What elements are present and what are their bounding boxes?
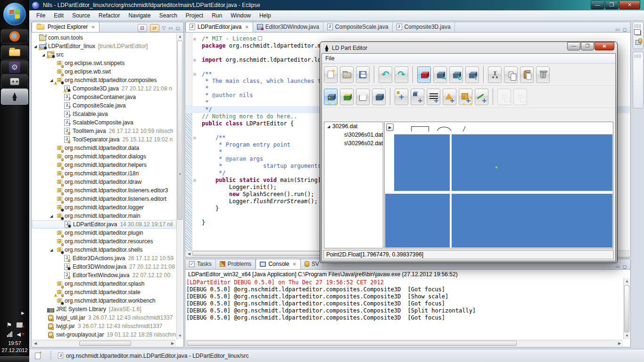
- scroll-thumb[interactable]: [187, 341, 517, 346]
- menu-item-search[interactable]: Search: [155, 11, 182, 20]
- close-tab-icon[interactable]: ✕: [292, 262, 296, 267]
- viewport-bottom-left[interactable]: [385, 194, 450, 247]
- rotate-cube-button[interactable]: ↻: [449, 66, 463, 83]
- fast-view-section-2[interactable]: [633, 52, 644, 108]
- minimize-button[interactable]: —: [591, 0, 604, 9]
- tab-composite3d-java[interactable]: Composite3D.java: [393, 22, 455, 32]
- tree-item[interactable]: org.nschmidt.ldparteditor.data: [32, 144, 176, 152]
- tab-console[interactable]: Console✕: [256, 259, 300, 269]
- menu-item-project[interactable]: Project: [182, 11, 207, 20]
- menu-item-navigate[interactable]: Navigate: [124, 11, 155, 20]
- scroll-right-icon[interactable]: ▶: [169, 340, 176, 347]
- add-quad-button[interactable]: +: [459, 89, 472, 105]
- tree-item[interactable]: ?CompositeScale.java: [32, 101, 176, 110]
- tree-item[interactable]: org.nschmidt.ldparteditor.listeners.edit…: [32, 195, 176, 203]
- tree-item[interactable]: ToolItem.java26 17.12.12 10:59 nilssch: [32, 127, 176, 135]
- network-error-icon[interactable]: [17, 322, 23, 328]
- console-vertical-scrollbar[interactable]: ▲ ▼: [623, 278, 630, 339]
- volume-muted-icon[interactable]: ◀: [17, 331, 23, 337]
- move-cube-button[interactable]: →: [433, 66, 447, 83]
- menu-item-window[interactable]: Window: [226, 11, 255, 20]
- expand-arrow-icon[interactable]: ◢: [50, 214, 55, 218]
- menu-item-run[interactable]: Run: [207, 11, 226, 20]
- tab-compositescale-java[interactable]: CompositeScale.java: [323, 22, 393, 32]
- signal-bars-icon[interactable]: [7, 331, 12, 337]
- tree-item[interactable]: ?ScalableComposite.java: [32, 118, 176, 127]
- minimize-view-icon[interactable]: ▭: [615, 27, 619, 32]
- tree-item[interactable]: org.nschmidt.ldparteditor.state: [32, 288, 176, 296]
- expand-arrow-icon[interactable]: ◢: [50, 248, 55, 252]
- collapse-all-button[interactable]: ⊟: [138, 24, 147, 32]
- tree-item[interactable]: ✱org.nschmidt.ldparteditor.logger: [32, 203, 176, 212]
- tree-item[interactable]: ?IScalable.java: [32, 110, 176, 118]
- action-center-flag-icon[interactable]: ⚑: [7, 321, 12, 329]
- tree-item[interactable]: swt-grouplayout.jar19 01.12.12 18:28 nil…: [32, 330, 176, 339]
- tray-expander-icon[interactable]: ▶: [21, 311, 25, 315]
- add-primitive-button[interactable]: +: [411, 89, 424, 105]
- taskbar-app-gear-app[interactable]: ⚙: [1, 60, 28, 74]
- link-with-editor-button[interactable]: ⇄: [150, 24, 159, 32]
- repository-view-icon[interactable]: [636, 40, 641, 45]
- tree-item[interactable]: JRE System Library[JavaSE-1.6]: [32, 305, 176, 313]
- tree-item[interactable]: org.nschmidt.ldparteditor.ldraw: [32, 178, 176, 186]
- view-menu-arrow-icon[interactable]: ▶: [386, 123, 394, 131]
- minimize-view-icon[interactable]: ▭: [168, 25, 173, 31]
- tab-ldparteditor-java[interactable]: LDPartEditor.java✕: [185, 22, 253, 32]
- close-tab-icon[interactable]: ✕: [245, 25, 248, 30]
- ldpe-tree-item[interactable]: s\30296s01.dat: [324, 131, 383, 139]
- taskbar-app-firefox[interactable]: [1, 29, 28, 43]
- fold-collapse-icon[interactable]: ⊖: [193, 71, 196, 77]
- solid-mode-button[interactable]: [372, 89, 386, 105]
- scroll-thumb[interactable]: [79, 341, 131, 346]
- scroll-right-icon[interactable]: ▶: [616, 340, 623, 347]
- wireframe-mode-button[interactable]: [356, 89, 370, 105]
- restore-button[interactable]: ❐: [605, 0, 619, 9]
- scroll-down-icon[interactable]: ▼: [177, 333, 183, 339]
- tree-item[interactable]: ✱org.nschmidt.ldparteditor.workbench: [32, 296, 176, 305]
- scroll-thumb[interactable]: [624, 285, 629, 332]
- ldpe-menu-file[interactable]: File: [322, 55, 338, 62]
- ldpe-maximize-button[interactable]: ❐: [581, 42, 594, 50]
- tree-item[interactable]: lwjgl.jar3 26.07.12 12:43 nilsschmidt133…: [32, 322, 176, 330]
- undo-button[interactable]: ↶: [379, 66, 392, 83]
- minimize-view-icon[interactable]: ▭: [615, 264, 619, 269]
- tree-item[interactable]: ◢✱org.nschmidt.ldparteditor.composites: [32, 76, 176, 84]
- view-menu-icon[interactable]: ▽: [162, 25, 166, 31]
- eclipse-titlebar[interactable]: Nils - LDPartEditor_linux/src/org/nschmi…: [29, 0, 644, 10]
- maximize-view-icon[interactable]: ◻: [623, 264, 627, 269]
- tree-item[interactable]: ◢✱org.nschmidt.ldparteditor.shells: [32, 246, 176, 254]
- tree-item[interactable]: org.nschmidt.ldparteditor.listeners.edit…: [32, 186, 176, 195]
- console-output[interactable]: [LDPartEditor DEBUG 0.5.0] on Thu Dec 27…: [186, 279, 623, 339]
- tree-item[interactable]: org.nschmidt.ldparteditor.helpers: [32, 161, 176, 169]
- tree-item[interactable]: ✱Composite3D.java27 20.12.12 21:08 n: [32, 84, 176, 93]
- ldpe-minimize-button[interactable]: —: [567, 42, 580, 50]
- scroll-up-icon[interactable]: ▲: [624, 278, 630, 285]
- drag-handle[interactable]: [635, 24, 642, 28]
- open-button[interactable]: [340, 66, 354, 83]
- restore-view-icon[interactable]: [636, 31, 641, 35]
- drag-handle[interactable]: [635, 54, 642, 58]
- copy-button[interactable]: [504, 66, 518, 83]
- add-line-button[interactable]: +: [427, 89, 440, 105]
- new-file-button[interactable]: [324, 66, 338, 83]
- paste-button[interactable]: [520, 66, 534, 83]
- tree-item[interactable]: ◢✱org.nschmidt.ldparteditor.main: [32, 212, 176, 220]
- menu-item-file[interactable]: File: [32, 11, 50, 20]
- taskbar-app-robot-app[interactable]: [1, 74, 28, 89]
- fold-expand-icon[interactable]: ⊕: [193, 57, 196, 63]
- menu-item-help[interactable]: Help: [255, 11, 275, 20]
- taskbar-app-windows-explorer[interactable]: [1, 45, 28, 59]
- tree-item[interactable]: EditorTextWindow.java22 07.12.12 00:: [32, 271, 176, 280]
- raise-cube-button[interactable]: ↑: [465, 66, 479, 83]
- close-tab-icon[interactable]: ✕: [91, 25, 95, 30]
- tree-item[interactable]: ◢✱src: [32, 50, 176, 59]
- tree-item[interactable]: org.nschmidt.ldparteditor.splash: [32, 280, 176, 288]
- close-button[interactable]: ✕: [619, 0, 640, 9]
- viewport-top-left[interactable]: [394, 134, 450, 191]
- add-triangle-button[interactable]: +: [443, 89, 456, 105]
- fold-collapse-icon[interactable]: ⊖: [193, 177, 196, 183]
- tab-problems[interactable]: Problems: [216, 259, 256, 269]
- ldpe-titlebar[interactable]: LD Part Editor — ❐ ✕: [322, 43, 616, 53]
- ldpe-3d-view[interactable]: ▶: [384, 122, 613, 248]
- fold-collapse-icon[interactable]: ⊖: [193, 135, 196, 141]
